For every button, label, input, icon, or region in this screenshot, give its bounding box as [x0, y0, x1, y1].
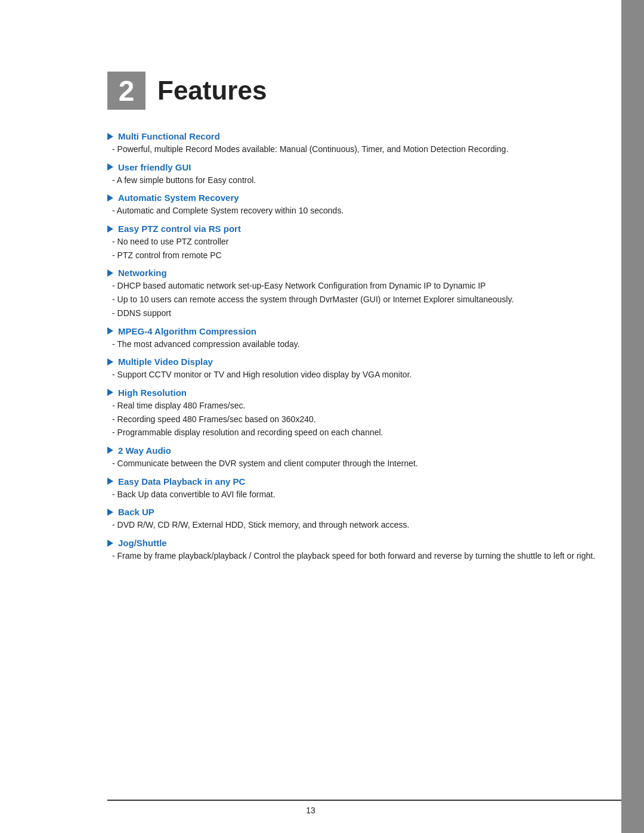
feature-bullet: - Real time display 480 Frames/sec.: [107, 400, 608, 413]
triangle-icon: [107, 509, 113, 516]
feature-bullet: - DHCP based automatic network set-up-Ea…: [107, 280, 608, 293]
feature-bullet: - Support CCTV monitor or TV and High re…: [107, 368, 608, 382]
features-list: Multi Functional Record- Powerful, multi…: [107, 131, 608, 563]
feature-bullet: - DVD R/W, CD R/W, External HDD, Stick m…: [107, 519, 608, 532]
feature-heading-mpeg4-compression: MPEG-4 Algorithm Compression: [107, 326, 608, 336]
feature-bullet: - Frame by frame playback/playback / Con…: [107, 550, 608, 563]
feature-item-high-resolution: High Resolution- Real time display 480 F…: [107, 388, 608, 439]
feature-heading-jog-shuttle: Jog/Shuttle: [107, 538, 608, 548]
feature-desc-networking: - DHCP based automatic network set-up-Ea…: [107, 280, 608, 320]
feature-bullet: - The most advanced compression availabl…: [107, 338, 608, 351]
feature-bullet: - Recording speed 480 Frames/sec based o…: [107, 413, 608, 426]
feature-desc-multi-functional-record: - Powerful, multiple Record Modes availa…: [107, 143, 608, 156]
feature-heading-multiple-video-display: Multiple Video Display: [107, 357, 608, 367]
feature-desc-back-up: - DVD R/W, CD R/W, External HDD, Stick m…: [107, 519, 608, 532]
feature-heading-text: Networking: [118, 268, 167, 278]
feature-item-back-up: Back UP- DVD R/W, CD R/W, External HDD, …: [107, 507, 608, 532]
chapter-number: 2: [107, 72, 145, 110]
feature-bullet: - Automatic and Complete System recovery…: [107, 205, 608, 218]
triangle-icon: [107, 327, 113, 335]
sidebar-decoration: [621, 0, 644, 833]
feature-heading-text: Multiple Video Display: [118, 357, 213, 367]
feature-desc-2-way-audio: - Communicate between the DVR system and…: [107, 457, 608, 470]
page-footer: 13: [0, 800, 621, 815]
feature-desc-jog-shuttle: - Frame by frame playback/playback / Con…: [107, 550, 608, 563]
feature-desc-high-resolution: - Real time display 480 Frames/sec.- Rec…: [107, 400, 608, 439]
triangle-icon: [107, 194, 113, 202]
feature-item-easy-ptz-control: Easy PTZ control via RS port- No need to…: [107, 224, 608, 262]
feature-desc-easy-ptz-control: - No need to use PTZ controller- PTZ con…: [107, 236, 608, 262]
page-number: 13: [306, 806, 315, 815]
feature-item-automatic-system-recovery: Automatic System Recovery- Automatic and…: [107, 193, 608, 218]
triangle-icon: [107, 389, 113, 396]
feature-item-multiple-video-display: Multiple Video Display- Support CCTV mon…: [107, 357, 608, 382]
triangle-icon: [107, 540, 113, 547]
triangle-icon: [107, 225, 113, 233]
triangle-icon: [107, 478, 113, 485]
feature-heading-high-resolution: High Resolution: [107, 388, 608, 398]
chapter-title: Features: [157, 76, 267, 106]
chapter-header: 2 Features: [107, 72, 608, 110]
feature-heading-text: User friendly GUI: [118, 162, 191, 172]
feature-item-easy-data-playback: Easy Data Playback in any PC- Back Up da…: [107, 476, 608, 501]
feature-desc-mpeg4-compression: - The most advanced compression availabl…: [107, 338, 608, 351]
feature-heading-easy-data-playback: Easy Data Playback in any PC: [107, 476, 608, 487]
feature-desc-automatic-system-recovery: - Automatic and Complete System recovery…: [107, 205, 608, 218]
feature-desc-easy-data-playback: - Back Up data convertible to AVI file f…: [107, 488, 608, 501]
feature-item-networking: Networking- DHCP based automatic network…: [107, 268, 608, 320]
triangle-icon: [107, 447, 113, 454]
feature-heading-text: Jog/Shuttle: [118, 538, 167, 548]
feature-heading-text: Back UP: [118, 507, 154, 517]
feature-bullet: - DDNS support: [107, 307, 608, 320]
triangle-icon: [107, 133, 113, 140]
triangle-icon: [107, 270, 113, 277]
feature-heading-easy-ptz-control: Easy PTZ control via RS port: [107, 224, 608, 234]
feature-bullet: - Back Up data convertible to AVI file f…: [107, 488, 608, 501]
feature-item-user-friendly-gui: User friendly GUI- A few simple buttons …: [107, 162, 608, 187]
feature-heading-text: Automatic System Recovery: [118, 193, 239, 203]
triangle-icon: [107, 358, 113, 366]
feature-heading-multi-functional-record: Multi Functional Record: [107, 131, 608, 141]
feature-bullet: - A few simple buttons for Easy control.: [107, 174, 608, 187]
feature-heading-text: Easy Data Playback in any PC: [118, 476, 245, 487]
content-area: 2 Features Multi Functional Record- Powe…: [107, 0, 608, 833]
feature-heading-automatic-system-recovery: Automatic System Recovery: [107, 193, 608, 203]
feature-heading-text: Easy PTZ control via RS port: [118, 224, 241, 234]
feature-item-mpeg4-compression: MPEG-4 Algorithm Compression- The most a…: [107, 326, 608, 351]
feature-desc-user-friendly-gui: - A few simple buttons for Easy control.: [107, 174, 608, 187]
feature-desc-multiple-video-display: - Support CCTV monitor or TV and High re…: [107, 368, 608, 382]
feature-bullet: - Powerful, multiple Record Modes availa…: [107, 143, 608, 156]
feature-heading-text: MPEG-4 Algorithm Compression: [118, 326, 256, 336]
feature-bullet: - No need to use PTZ controller: [107, 236, 608, 249]
page: 2 Features Multi Functional Record- Powe…: [0, 0, 644, 833]
feature-item-2-way-audio: 2 Way Audio- Communicate between the DVR…: [107, 445, 608, 470]
feature-bullet: - Communicate between the DVR system and…: [107, 457, 608, 470]
feature-heading-text: 2 Way Audio: [118, 445, 171, 456]
feature-heading-text: High Resolution: [118, 388, 187, 398]
footer-divider: [107, 800, 621, 801]
feature-heading-user-friendly-gui: User friendly GUI: [107, 162, 608, 172]
feature-bullet: - PTZ control from remote PC: [107, 249, 608, 262]
feature-bullet: - Programmable display resolution and re…: [107, 426, 608, 439]
feature-bullet: - Up to 10 users can remote access the s…: [107, 293, 608, 306]
feature-item-multi-functional-record: Multi Functional Record- Powerful, multi…: [107, 131, 608, 156]
feature-heading-2-way-audio: 2 Way Audio: [107, 445, 608, 456]
triangle-icon: [107, 163, 113, 171]
feature-heading-text: Multi Functional Record: [118, 131, 220, 141]
feature-heading-networking: Networking: [107, 268, 608, 278]
feature-item-jog-shuttle: Jog/Shuttle- Frame by frame playback/pla…: [107, 538, 608, 563]
feature-heading-back-up: Back UP: [107, 507, 608, 517]
